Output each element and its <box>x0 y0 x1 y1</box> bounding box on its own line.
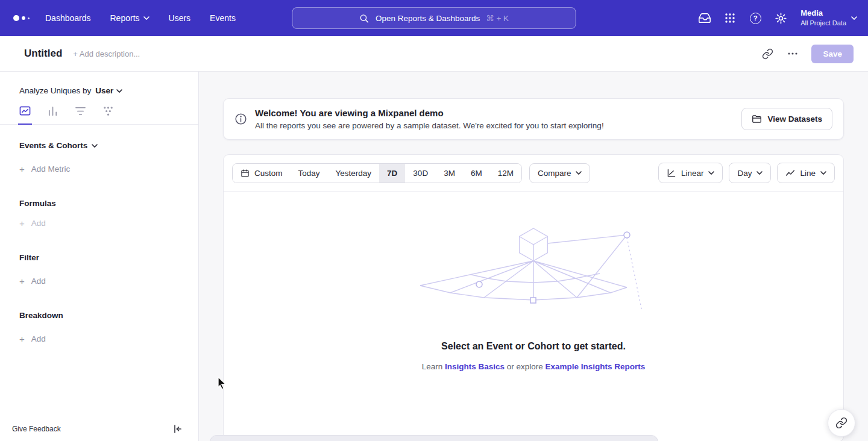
scale-dropdown[interactable]: Linear <box>658 163 723 183</box>
mixpanel-logo[interactable] <box>11 15 36 21</box>
empty-state-title: Select an Event or Cohort to get started… <box>441 341 626 352</box>
folder-icon <box>752 114 762 124</box>
chevron-down-icon <box>820 171 826 175</box>
nav-right-cluster: ? Media All Project Data <box>697 8 857 27</box>
chevron-down-icon <box>851 16 857 20</box>
collapse-sidebar-icon[interactable] <box>173 424 183 434</box>
insights-icon <box>19 105 31 117</box>
logo-dot <box>22 16 25 20</box>
chevron-down-icon <box>143 16 149 20</box>
tab-bar-chart[interactable] <box>46 105 60 124</box>
tab-flows[interactable] <box>101 105 115 124</box>
top-navbar: Dashboards Reports Users Events Open Rep… <box>0 0 868 36</box>
bottom-sheet-peek[interactable] <box>210 435 658 441</box>
filter-section-title: Filter <box>0 253 198 262</box>
add-breakdown-button[interactable]: + Add <box>0 334 198 343</box>
formulas-section-title: Formulas <box>0 199 198 208</box>
chevron-down-icon <box>756 171 763 175</box>
apps-grid-icon[interactable] <box>722 10 738 26</box>
nav-events[interactable]: Events <box>200 0 245 36</box>
range-yesterday[interactable]: Yesterday <box>328 164 380 183</box>
analyze-label: Analyze Uniques by <box>19 86 91 95</box>
sidebar-footer: Give Feedback <box>0 417 198 441</box>
search-icon <box>359 13 370 23</box>
tab-funnels[interactable] <box>74 105 87 124</box>
view-datasets-button[interactable]: View Datasets <box>741 108 832 130</box>
report-description-placeholder[interactable]: + Add description... <box>73 49 140 58</box>
logo-dot <box>13 15 19 21</box>
info-icon <box>234 113 247 125</box>
logo-dot <box>28 17 30 19</box>
global-search-bar[interactable]: Open Reports & Dashboards ⌘ + K <box>292 7 576 29</box>
more-options-icon[interactable] <box>786 47 799 60</box>
link-icon <box>835 417 848 429</box>
add-metric-button[interactable]: + Add Metric <box>0 164 198 174</box>
nav-users[interactable]: Users <box>159 0 201 36</box>
search-shortcut: ⌘ + K <box>486 13 509 23</box>
analyze-row: Analyze Uniques by User <box>0 72 198 95</box>
compare-button[interactable]: Compare <box>529 163 591 183</box>
project-switcher[interactable]: Media All Project Data <box>798 8 857 27</box>
query-builder-sidebar: Analyze Uniques by User <box>0 72 199 441</box>
main-content: Welcome! You are viewing a Mixpanel demo… <box>199 72 868 441</box>
visualization-tabs <box>0 105 198 125</box>
mixpanel-app: Dashboards Reports Users Events Open Rep… <box>0 0 868 441</box>
line-chart-icon <box>785 168 795 178</box>
range-custom[interactable]: Custom <box>233 164 291 183</box>
range-7d[interactable]: 7D <box>379 164 405 183</box>
nav-reports[interactable]: Reports <box>101 0 159 36</box>
copy-link-icon[interactable] <box>761 47 774 60</box>
share-link-fab[interactable] <box>828 409 855 437</box>
save-button[interactable]: Save <box>811 45 854 63</box>
funnels-icon <box>75 105 86 117</box>
add-filter-button[interactable]: + Add <box>0 277 198 286</box>
range-6m[interactable]: 6M <box>463 164 490 183</box>
report-header-actions: Save <box>761 45 854 63</box>
chart-type-dropdown[interactable]: Line <box>777 163 835 183</box>
example-insights-reports-link[interactable]: Example Insights Reports <box>546 362 646 371</box>
report-title[interactable]: Untitled <box>24 48 62 60</box>
banner-text: Welcome! You are viewing a Mixpanel demo… <box>255 108 604 130</box>
chevron-down-icon <box>576 171 582 175</box>
project-subtitle: All Project Data <box>800 19 846 27</box>
empty-state-help-text: Learn Insights Basics or explore Example… <box>422 362 646 371</box>
linear-scale-icon <box>667 168 676 178</box>
calendar-icon <box>241 169 250 178</box>
chevron-down-icon <box>708 171 714 175</box>
add-formula-button[interactable]: + Add <box>0 219 198 228</box>
report-header: Untitled + Add description... Save <box>0 36 868 72</box>
messages-icon[interactable] <box>697 10 712 26</box>
chart-toolbar: Custom Today Yesterday 7D 30D 3M 6M 12M … <box>224 155 843 192</box>
project-name: Media <box>800 8 846 19</box>
chevron-down-icon <box>116 89 122 93</box>
range-30d[interactable]: 30D <box>405 164 436 183</box>
empty-state: Select an Event or Cohort to get started… <box>224 192 843 371</box>
settings-gear-icon[interactable] <box>773 10 788 26</box>
range-3m[interactable]: 3M <box>436 164 463 183</box>
banner-title: Welcome! You are viewing a Mixpanel demo <box>255 108 604 118</box>
page-body: Analyze Uniques by User <box>0 72 868 441</box>
breakdown-section-title: Breakdown <box>0 311 198 320</box>
chevron-down-icon <box>92 144 98 148</box>
events-cohorts-section[interactable]: Events & Cohorts <box>0 141 198 150</box>
tab-insights[interactable] <box>18 105 32 125</box>
chart-display-controls: Linear Day Line <box>658 163 835 183</box>
help-icon[interactable]: ? <box>747 10 763 26</box>
flows-icon <box>102 105 114 117</box>
insights-basics-link[interactable]: Insights Basics <box>445 362 505 371</box>
bar-chart-icon <box>47 105 58 117</box>
analyze-by-dropdown[interactable]: User <box>95 86 122 95</box>
give-feedback-link[interactable]: Give Feedback <box>12 425 61 433</box>
banner-subtitle: All the reports you see are powered by a… <box>255 121 604 130</box>
search-placeholder: Open Reports & Dashboards <box>376 14 480 23</box>
interval-dropdown[interactable]: Day <box>729 163 771 183</box>
range-today[interactable]: Today <box>291 164 328 183</box>
date-range-segmented-control: Custom Today Yesterday 7D 30D 3M 6M 12M <box>232 163 522 183</box>
nav-dashboards[interactable]: Dashboards <box>36 0 101 36</box>
range-12m[interactable]: 12M <box>490 164 521 183</box>
demo-welcome-banner: Welcome! You are viewing a Mixpanel demo… <box>223 98 844 140</box>
empty-state-illustration <box>419 225 648 316</box>
insights-chart-card: Custom Today Yesterday 7D 30D 3M 6M 12M … <box>223 154 844 441</box>
